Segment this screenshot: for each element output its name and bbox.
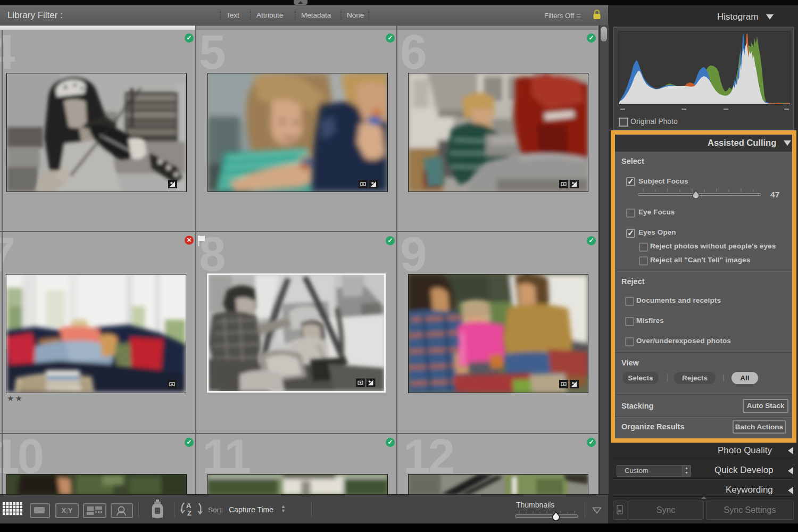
svg-text:Z: Z [187,509,192,517]
svg-text:A: A [186,502,192,510]
